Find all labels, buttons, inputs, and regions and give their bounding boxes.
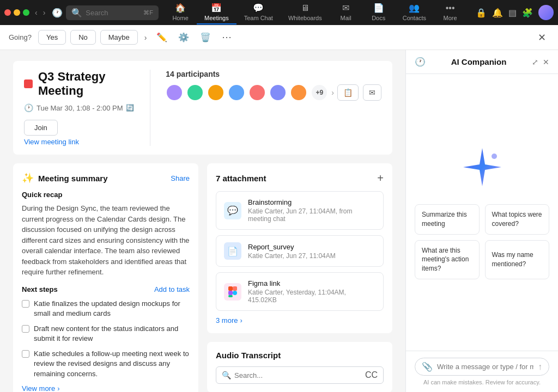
trash-icon[interactable]: 🗑️: [197, 30, 214, 45]
whiteboard-icon: 🖥: [301, 3, 310, 13]
attachment-item-1[interactable]: 💬 Brainstorming Katie Carter, Jun 27, 11…: [216, 191, 384, 230]
minimize-traffic-light[interactable]: [14, 9, 20, 16]
sparkle-icon: ✨: [22, 172, 34, 184]
close-traffic-light[interactable]: [4, 9, 11, 16]
maximize-traffic-light[interactable]: [23, 9, 29, 16]
participant-avatar-5: [248, 84, 266, 101]
attachment-icon-3: [224, 283, 241, 301]
edit-icon[interactable]: ✏️: [153, 30, 171, 45]
tab-docs[interactable]: 📄 Docs: [362, 1, 395, 24]
ai-panel-title: AI Companion: [451, 57, 507, 66]
participants-chevron[interactable]: ›: [331, 88, 334, 97]
ai-suggestion-4[interactable]: Was my name mentioned?: [485, 240, 550, 279]
sidebar-icon[interactable]: ▤: [508, 8, 517, 18]
lock-icon[interactable]: 🔒: [476, 8, 487, 18]
tab-meetings[interactable]: 📅 Meetings: [197, 1, 236, 24]
summary-title: Meeting summary: [38, 174, 108, 183]
tab-more[interactable]: ••• More: [434, 1, 466, 24]
puzzle-icon[interactable]: 🧩: [522, 8, 533, 18]
main-layout: Q3 Strategy Meeting 🕐 Tue Mar 30, 1:08 -…: [0, 50, 558, 392]
transcript-search-icon: 🔍: [222, 371, 231, 379]
top-navigation: ‹ › 🕐 🔍 ⌘F 🏠 Home 📅 Meetings 💬 Team Chat…: [0, 0, 558, 25]
task-checkbox-1[interactable]: [22, 300, 29, 308]
mail-icon: ✉: [342, 3, 349, 13]
attachment-name-2: Report_survey: [248, 243, 375, 251]
transcript-caption-button[interactable]: CC: [365, 370, 378, 380]
rsvp-chevron-right[interactable]: ›: [142, 31, 149, 44]
attachment-title: 7 attachment: [216, 174, 266, 183]
ai-attach-icon[interactable]: 📎: [422, 362, 433, 372]
ai-input-row[interactable]: 📎 ↑: [415, 358, 549, 376]
see-more-label: 3 more: [216, 316, 238, 324]
user-avatar[interactable]: [538, 5, 554, 20]
settings-icon[interactable]: ⚙️: [175, 30, 192, 45]
search-bar[interactable]: 🔍 ⌘F: [66, 5, 159, 20]
participant-avatar-7: [290, 84, 307, 101]
summary-share-link[interactable]: Share: [171, 174, 190, 182]
next-steps-title: Next steps: [22, 285, 58, 293]
participant-avatar-1: [166, 84, 183, 101]
tab-home[interactable]: 🏠 Home: [164, 1, 197, 24]
ai-history-icon[interactable]: 🕐: [415, 57, 426, 67]
ai-sparkle-graphic: [460, 145, 504, 189]
contacts-icon: 👥: [409, 3, 420, 13]
tab-team-chat[interactable]: 💬 Team Chat: [236, 1, 281, 24]
back-button[interactable]: ‹: [33, 7, 40, 18]
participant-avatar-6: [269, 84, 287, 101]
tab-more-label: More: [444, 15, 457, 21]
view-meeting-link[interactable]: View meeting link: [24, 138, 135, 146]
refresh-icon[interactable]: 🔄: [126, 104, 134, 112]
chat-icon: 💬: [253, 3, 264, 13]
forward-button[interactable]: ›: [41, 7, 48, 18]
tab-whiteboards-label: Whiteboards: [288, 15, 322, 21]
tab-mail[interactable]: ✉ Mail: [330, 1, 362, 24]
task-item-1: Katie finalizes the updated design mocku…: [22, 299, 190, 318]
participant-avatar-2: [186, 84, 204, 101]
meeting-summary-card: ✨ Meeting summary Share Quick recap Duri…: [13, 163, 198, 392]
tab-whiteboards[interactable]: 🖥 Whiteboards: [281, 1, 330, 24]
add-attachment-button[interactable]: +: [377, 172, 384, 185]
search-input[interactable]: [86, 9, 140, 17]
add-to-task-link[interactable]: Add to task: [154, 285, 190, 293]
ai-panel-footer: 📎 ↑ AI can make mistakes. Review for acc…: [406, 351, 558, 392]
attachment-meta-2: Katie Carter, Jun 27, 11:04AM: [248, 252, 375, 260]
meeting-header-card: Q3 Strategy Meeting 🕐 Tue Mar 30, 1:08 -…: [13, 61, 392, 155]
ai-panel-body: Summarize this meeting What topics were …: [406, 74, 558, 351]
ai-suggestion-3[interactable]: What are this meeting's action items?: [415, 240, 480, 279]
history-icon[interactable]: 🕐: [52, 8, 63, 18]
view-more-chevron: ›: [57, 384, 59, 392]
ai-sparkle-svg: [460, 145, 504, 189]
tab-contacts[interactable]: 👥 Contacts: [395, 1, 434, 24]
more-options-button[interactable]: ···: [219, 29, 235, 45]
copy-participants-button[interactable]: 📋: [337, 84, 359, 101]
task-checkbox-3[interactable]: [22, 350, 29, 358]
close-button[interactable]: ✕: [535, 29, 549, 46]
maybe-button[interactable]: Maybe: [100, 30, 138, 45]
see-more-attachments-link[interactable]: 3 more ›: [216, 316, 384, 324]
transcript-search-bar[interactable]: 🔍 CC: [216, 366, 384, 384]
ai-close-button[interactable]: ✕: [543, 58, 549, 66]
ai-suggestion-2[interactable]: What topics were covered?: [485, 204, 550, 235]
ai-expand-button[interactable]: ⤢: [532, 58, 538, 66]
yes-button[interactable]: Yes: [38, 30, 66, 45]
transcript-search-input[interactable]: [234, 371, 362, 379]
task-checkbox-2[interactable]: [22, 325, 29, 333]
ai-message-input[interactable]: [437, 363, 533, 371]
view-more-label: View more: [22, 384, 55, 392]
right-column: 7 attachment + 💬 Brainstorming Katie Car…: [207, 163, 392, 392]
attachment-item-2[interactable]: 📄 Report_survey Katie Carter, Jun 27, 11…: [216, 235, 384, 267]
view-more-link[interactable]: View more ›: [22, 384, 190, 392]
ai-send-button[interactable]: ↑: [538, 362, 542, 372]
left-column: ✨ Meeting summary Share Quick recap Duri…: [13, 163, 198, 392]
transcript-section: Audio Transcript 🔍 CC: [207, 342, 392, 392]
attachment-item-3[interactable]: Figma link Katie Carter, Yesterday, 11:0…: [216, 272, 384, 311]
quick-recap-label: Quick recap: [22, 191, 190, 199]
figma-icon: [228, 286, 237, 297]
meeting-color-indicator: [24, 79, 33, 88]
no-button[interactable]: No: [70, 30, 96, 45]
email-participants-button[interactable]: ✉: [363, 84, 381, 101]
join-button[interactable]: Join: [24, 120, 58, 136]
bell-icon[interactable]: 🔔: [492, 8, 503, 18]
ai-suggestion-1[interactable]: Summarize this meeting: [415, 204, 480, 235]
traffic-lights: [4, 9, 29, 16]
